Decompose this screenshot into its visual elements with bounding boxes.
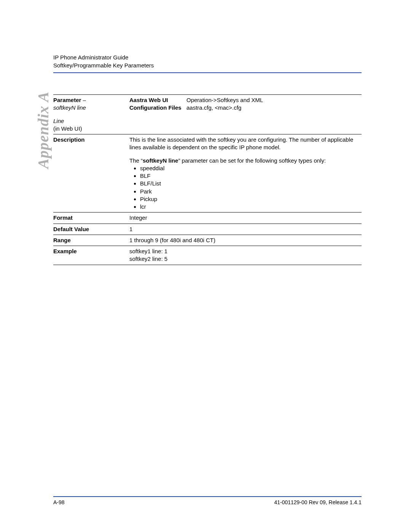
parameter-name: softkeyN line xyxy=(53,104,86,111)
example-value-2: softkey2 line: 5 xyxy=(129,255,359,263)
web-ui-key: Aastra Web UI xyxy=(129,97,168,103)
web-ui-value: Operation->Softkeys and XML xyxy=(186,97,263,103)
description-bullets: speeddial BLF BLF/List Park Pickup lcr xyxy=(129,165,359,211)
example-value-1: softkey1 line: 1 xyxy=(129,248,359,255)
bullet-item: lcr xyxy=(140,203,359,211)
guide-title: IP Phone Administrator Guide xyxy=(53,53,362,61)
description-paragraph-1: This is the line associated with the sof… xyxy=(129,136,359,152)
description-label: Description xyxy=(53,134,129,212)
bullet-item: Pickup xyxy=(140,195,359,203)
config-files-value: aastra.cfg, <mac>.cfg xyxy=(186,104,241,111)
page-header: IP Phone Administrator Guide Softkey/Pro… xyxy=(53,53,362,69)
bullet-item: BLF xyxy=(140,172,359,180)
row-default: Default Value 1 xyxy=(53,224,362,235)
default-value: 1 xyxy=(129,224,362,235)
row-range: Range 1 through 9 (for 480i and 480i CT) xyxy=(53,235,362,246)
format-label: Format xyxy=(53,212,129,224)
footer-page-number: A-98 xyxy=(53,499,65,505)
footer-revision: 41-001129-00 Rev 09, Release 1.4.1 xyxy=(274,499,362,505)
bullet-item: speeddial xyxy=(140,165,359,172)
footer-rule xyxy=(53,496,362,497)
format-value: Integer xyxy=(129,212,362,224)
appendix-side-label: Appendix A xyxy=(34,91,52,169)
row-parameter: Parameter – softkeyN line Line (in Web U… xyxy=(53,95,362,134)
range-value: 1 through 9 (for 480i and 480i CT) xyxy=(129,235,362,246)
bullet-item: BLF/List xyxy=(140,180,359,187)
range-label: Range xyxy=(53,235,129,246)
parameter-webui-note: (in Web UI) xyxy=(53,125,82,132)
row-example: Example softkey1 line: 1 softkey2 line: … xyxy=(53,246,362,265)
header-rule xyxy=(53,72,362,73)
config-files-key: Configuration Files xyxy=(129,104,182,111)
section-title: Softkey/Programmable Key Parameters xyxy=(53,61,362,69)
document-page: IP Phone Administrator Guide Softkey/Pro… xyxy=(0,0,411,532)
parameter-webui-line: Line xyxy=(53,118,64,124)
example-label: Example xyxy=(53,246,129,265)
desc2-post: ” parameter can be set for the following… xyxy=(178,157,326,164)
desc2-pre: The “ xyxy=(129,157,143,164)
default-label: Default Value xyxy=(53,224,129,235)
parameter-table: Parameter – softkeyN line Line (in Web U… xyxy=(53,94,362,265)
page-footer: A-98 41-001129-00 Rev 09, Release 1.4.1 xyxy=(53,496,362,505)
parameter-dash: – xyxy=(81,97,86,103)
row-description: Description This is the line associated … xyxy=(53,134,362,212)
desc2-bold: softkeyN line xyxy=(143,157,178,164)
description-paragraph-2: The “softkeyN line” parameter can be set… xyxy=(129,157,359,165)
row-format: Format Integer xyxy=(53,212,362,224)
parameter-label: Parameter xyxy=(53,97,81,103)
bullet-item: Park xyxy=(140,188,359,195)
